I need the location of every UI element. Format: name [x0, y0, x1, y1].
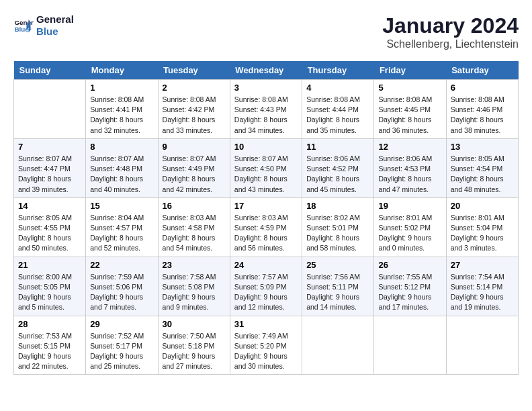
calendar-week-row: 21Sunrise: 8:00 AMSunset: 5:05 PMDayligh…	[14, 257, 519, 316]
day-info: Sunrise: 8:04 AMSunset: 4:57 PMDaylight:…	[90, 213, 153, 254]
calendar-cell: 20Sunrise: 8:01 AMSunset: 5:04 PMDayligh…	[446, 197, 518, 257]
day-number: 4	[306, 83, 369, 93]
day-info: Sunrise: 7:58 AMSunset: 5:08 PMDaylight:…	[163, 272, 226, 313]
title-area: January 2024 Schellenberg, Liechtenstein	[382, 13, 519, 50]
calendar-cell: 14Sunrise: 8:05 AMSunset: 4:55 PMDayligh…	[14, 197, 86, 257]
page-header: General Blue General Blue January 2024 S…	[13, 13, 519, 50]
day-info: Sunrise: 7:52 AMSunset: 5:17 PMDaylight:…	[90, 331, 153, 372]
day-number: 12	[378, 142, 441, 152]
calendar-cell: 28Sunrise: 7:53 AMSunset: 5:15 PMDayligh…	[14, 316, 86, 375]
day-number: 20	[451, 201, 514, 211]
calendar-cell: 7Sunrise: 8:07 AMSunset: 4:47 PMDaylight…	[14, 138, 86, 197]
day-info: Sunrise: 8:08 AMSunset: 4:45 PMDaylight:…	[378, 95, 441, 136]
day-number: 9	[163, 142, 226, 152]
calendar-cell: 25Sunrise: 7:56 AMSunset: 5:11 PMDayligh…	[302, 257, 374, 316]
calendar-cell: 3Sunrise: 8:08 AMSunset: 4:43 PMDaylight…	[230, 80, 302, 139]
calendar-cell: 24Sunrise: 7:57 AMSunset: 5:09 PMDayligh…	[230, 257, 302, 316]
day-number: 3	[234, 83, 298, 93]
day-info: Sunrise: 8:08 AMSunset: 4:44 PMDaylight:…	[306, 95, 369, 136]
day-info: Sunrise: 8:07 AMSunset: 4:50 PMDaylight:…	[234, 154, 298, 195]
day-number: 19	[378, 201, 441, 211]
day-info: Sunrise: 8:08 AMSunset: 4:43 PMDaylight:…	[234, 95, 298, 136]
calendar-cell: 21Sunrise: 8:00 AMSunset: 5:05 PMDayligh…	[14, 257, 86, 316]
calendar-cell: 6Sunrise: 8:08 AMSunset: 4:46 PMDaylight…	[446, 80, 518, 139]
day-info: Sunrise: 7:50 AMSunset: 5:18 PMDaylight:…	[163, 331, 226, 372]
day-info: Sunrise: 8:06 AMSunset: 4:52 PMDaylight:…	[306, 154, 369, 195]
weekday-header: Sunday	[14, 61, 86, 80]
day-number: 15	[90, 201, 153, 211]
day-number: 8	[90, 142, 153, 152]
logo: General Blue General Blue	[13, 13, 74, 38]
calendar-cell: 23Sunrise: 7:58 AMSunset: 5:08 PMDayligh…	[158, 257, 230, 316]
day-info: Sunrise: 8:05 AMSunset: 4:55 PMDaylight:…	[18, 213, 81, 254]
day-info: Sunrise: 8:06 AMSunset: 4:53 PMDaylight:…	[378, 154, 441, 195]
weekday-header: Tuesday	[158, 61, 230, 80]
day-number: 24	[234, 260, 298, 270]
day-number: 29	[90, 319, 153, 329]
day-info: Sunrise: 7:53 AMSunset: 5:15 PMDaylight:…	[18, 331, 81, 372]
day-number: 14	[18, 201, 81, 211]
day-info: Sunrise: 8:01 AMSunset: 5:04 PMDaylight:…	[451, 213, 514, 254]
day-info: Sunrise: 8:03 AMSunset: 4:59 PMDaylight:…	[234, 213, 298, 254]
day-number: 28	[18, 319, 81, 329]
day-info: Sunrise: 8:07 AMSunset: 4:47 PMDaylight:…	[18, 154, 81, 195]
day-number: 17	[234, 201, 298, 211]
calendar-week-row: 28Sunrise: 7:53 AMSunset: 5:15 PMDayligh…	[14, 316, 519, 375]
calendar-cell: 19Sunrise: 8:01 AMSunset: 5:02 PMDayligh…	[374, 197, 446, 257]
day-number: 25	[306, 260, 369, 270]
calendar-cell: 31Sunrise: 7:49 AMSunset: 5:20 PMDayligh…	[230, 316, 302, 375]
weekday-header-row: SundayMondayTuesdayWednesdayThursdayFrid…	[14, 61, 519, 80]
day-number: 1	[90, 83, 153, 93]
day-number: 27	[451, 260, 514, 270]
weekday-header: Thursday	[302, 61, 374, 80]
calendar-cell: 26Sunrise: 7:55 AMSunset: 5:12 PMDayligh…	[374, 257, 446, 316]
calendar-table: SundayMondayTuesdayWednesdayThursdayFrid…	[13, 61, 519, 375]
calendar-cell: 27Sunrise: 7:54 AMSunset: 5:14 PMDayligh…	[446, 257, 518, 316]
calendar-cell: 1Sunrise: 8:08 AMSunset: 4:41 PMDaylight…	[86, 80, 158, 139]
day-info: Sunrise: 8:02 AMSunset: 5:01 PMDaylight:…	[306, 213, 369, 254]
day-info: Sunrise: 8:08 AMSunset: 4:42 PMDaylight:…	[163, 95, 226, 136]
day-number: 22	[90, 260, 153, 270]
calendar-week-row: 1Sunrise: 8:08 AMSunset: 4:41 PMDaylight…	[14, 80, 519, 139]
calendar-cell: 13Sunrise: 8:05 AMSunset: 4:54 PMDayligh…	[446, 138, 518, 197]
logo-text: General Blue	[36, 13, 74, 38]
day-number: 30	[163, 319, 226, 329]
day-info: Sunrise: 7:56 AMSunset: 5:11 PMDaylight:…	[306, 272, 369, 313]
weekday-header: Wednesday	[230, 61, 302, 80]
day-number: 10	[234, 142, 298, 152]
day-number: 6	[451, 83, 514, 93]
day-number: 5	[378, 83, 441, 93]
day-info: Sunrise: 8:00 AMSunset: 5:05 PMDaylight:…	[18, 272, 81, 313]
day-number: 31	[234, 319, 298, 329]
day-info: Sunrise: 7:49 AMSunset: 5:20 PMDaylight:…	[234, 331, 298, 372]
calendar-cell: 5Sunrise: 8:08 AMSunset: 4:45 PMDaylight…	[374, 80, 446, 139]
calendar-cell: 9Sunrise: 8:07 AMSunset: 4:49 PMDaylight…	[158, 138, 230, 197]
calendar-cell: 2Sunrise: 8:08 AMSunset: 4:42 PMDaylight…	[158, 80, 230, 139]
day-info: Sunrise: 8:01 AMSunset: 5:02 PMDaylight:…	[378, 213, 441, 254]
day-number: 13	[451, 142, 514, 152]
calendar-cell: 10Sunrise: 8:07 AMSunset: 4:50 PMDayligh…	[230, 138, 302, 197]
calendar-cell: 22Sunrise: 7:59 AMSunset: 5:06 PMDayligh…	[86, 257, 158, 316]
month-year: January 2024	[382, 13, 519, 38]
location: Schellenberg, Liechtenstein	[382, 38, 519, 50]
calendar-cell	[14, 80, 86, 139]
svg-text:General: General	[15, 19, 34, 26]
day-info: Sunrise: 8:03 AMSunset: 4:58 PMDaylight:…	[163, 213, 226, 254]
calendar-cell: 29Sunrise: 7:52 AMSunset: 5:17 PMDayligh…	[86, 316, 158, 375]
day-number: 18	[306, 201, 369, 211]
day-number: 16	[163, 201, 226, 211]
day-info: Sunrise: 8:08 AMSunset: 4:41 PMDaylight:…	[90, 95, 153, 136]
day-number: 11	[306, 142, 369, 152]
day-number: 21	[18, 260, 81, 270]
day-info: Sunrise: 8:05 AMSunset: 4:54 PMDaylight:…	[451, 154, 514, 195]
day-info: Sunrise: 7:59 AMSunset: 5:06 PMDaylight:…	[90, 272, 153, 313]
calendar-cell: 30Sunrise: 7:50 AMSunset: 5:18 PMDayligh…	[158, 316, 230, 375]
calendar-cell: 16Sunrise: 8:03 AMSunset: 4:58 PMDayligh…	[158, 197, 230, 257]
day-info: Sunrise: 8:07 AMSunset: 4:48 PMDaylight:…	[90, 154, 153, 195]
day-number: 7	[18, 142, 81, 152]
calendar-cell	[302, 316, 374, 375]
day-info: Sunrise: 8:07 AMSunset: 4:49 PMDaylight:…	[163, 154, 226, 195]
calendar-cell: 11Sunrise: 8:06 AMSunset: 4:52 PMDayligh…	[302, 138, 374, 197]
day-number: 26	[378, 260, 441, 270]
day-number: 23	[163, 260, 226, 270]
